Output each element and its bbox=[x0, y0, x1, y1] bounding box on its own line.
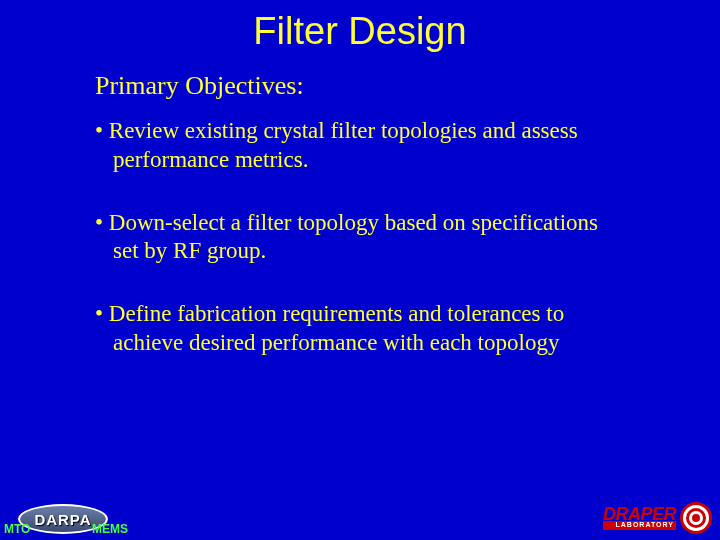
draper-logo-block: DRAPER LABORATORY bbox=[603, 502, 712, 534]
bullet-item: • Define fabrication requirements and to… bbox=[95, 300, 660, 358]
bullet-marker: • bbox=[95, 210, 109, 235]
bullet-text: Define fabrication requirements and tole… bbox=[109, 301, 564, 326]
bullet-text: Down-select a filter topology based on s… bbox=[109, 210, 598, 235]
bullet-text-cont: set by RF group. bbox=[95, 237, 660, 266]
slide-title: Filter Design bbox=[0, 10, 720, 53]
bullet-marker: • bbox=[95, 301, 109, 326]
bullet-marker: • bbox=[95, 118, 109, 143]
draper-logo-text: DRAPER LABORATORY bbox=[603, 506, 676, 529]
darpa-text: DARPA bbox=[34, 511, 91, 528]
target-icon bbox=[680, 502, 712, 534]
bullet-text-cont: performance metrics. bbox=[95, 146, 660, 175]
slide: Filter Design Primary Objectives: • Revi… bbox=[0, 0, 720, 540]
bullet-item: • Review existing crystal filter topolog… bbox=[95, 117, 660, 175]
mto-label: MTO bbox=[4, 522, 30, 536]
bullet-text-cont: achieve desired performance with each to… bbox=[95, 329, 660, 358]
mems-label: MEMS bbox=[92, 522, 128, 536]
slide-subtitle: Primary Objectives: bbox=[95, 71, 720, 101]
footer: DARPA MTO MEMS DRAPER LABORATORY bbox=[0, 482, 720, 538]
bullet-list: • Review existing crystal filter topolog… bbox=[95, 117, 660, 358]
bullet-item: • Down-select a filter topology based on… bbox=[95, 209, 660, 267]
bullet-text: Review existing crystal filter topologie… bbox=[109, 118, 578, 143]
